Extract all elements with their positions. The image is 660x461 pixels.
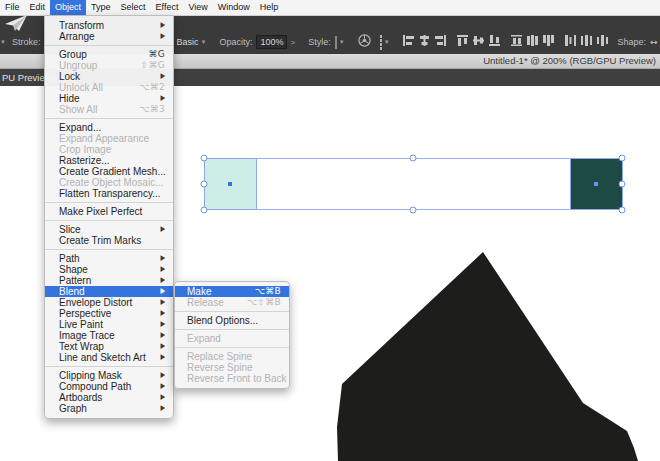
menubar-item-type[interactable]: Type <box>86 0 116 15</box>
menu-item-label: Shape <box>59 264 88 275</box>
menu-item-label: Transform <box>59 20 104 31</box>
menu-item-group[interactable]: Group⌘G <box>45 49 173 60</box>
menu-item-arrange[interactable]: Arrange▶ <box>45 31 173 42</box>
select-similar-icon[interactable] <box>380 35 382 50</box>
menubar-item-window[interactable]: Window <box>213 0 255 15</box>
menu-item-crop-image: Crop Image <box>45 144 173 155</box>
width-icon: ↔ <box>650 37 658 47</box>
menubar-item-effect[interactable]: Effect <box>151 0 184 15</box>
menu-item-shortcut: ⌥⇧⌘B <box>247 297 281 308</box>
style-swatch[interactable] <box>335 36 337 49</box>
distribute-horizontal-left-icon[interactable] <box>564 33 577 51</box>
selection-handle[interactable] <box>619 155 626 162</box>
menu-item-label: Graph <box>59 403 87 414</box>
selection-handle[interactable] <box>410 207 417 214</box>
menubar: FileEditObjectTypeSelectEffectViewWindow… <box>0 0 660 16</box>
align-horizontal-right-icon[interactable] <box>434 33 447 51</box>
selection-handle[interactable] <box>201 207 208 214</box>
align-vertical-bottom-icon[interactable] <box>488 33 501 51</box>
menu-item-label: Expand Appearance <box>59 133 149 144</box>
style-chevron-down-icon[interactable]: ▼ <box>339 39 345 45</box>
menu-item-label: Blend Options... <box>187 315 258 326</box>
menu-separator <box>45 45 173 46</box>
menu-item-create-trim-marks[interactable]: Create Trim Marks <box>45 235 173 246</box>
menu-item-label: Path <box>59 253 80 264</box>
submenu-arrow-icon: ▶ <box>160 351 165 365</box>
selection-handle[interactable] <box>619 181 626 188</box>
menu-item-label: Lock <box>59 71 80 82</box>
opacity-expand-icon[interactable]: > <box>290 38 295 47</box>
distribute-vertical-bottom-icon[interactable] <box>542 33 555 51</box>
menu-item-text-wrap[interactable]: Text Wrap▶ <box>45 341 173 352</box>
menu-item-live-paint[interactable]: Live Paint▶ <box>45 319 173 330</box>
menubar-item-object[interactable]: Object <box>50 0 86 15</box>
menu-item-image-trace[interactable]: Image Trace▶ <box>45 330 173 341</box>
menu-item-label: Show All <box>59 104 97 115</box>
menu-item-label: Text Wrap <box>59 341 104 352</box>
select-similar-chevron-down-icon[interactable]: ▼ <box>384 39 390 45</box>
menu-item-flatten-transparency[interactable]: Flatten Transparency... <box>45 188 173 199</box>
distribute-vertical-top-icon[interactable] <box>510 33 523 51</box>
opacity-label: Opacity: <box>219 37 252 47</box>
menu-item-clipping-mask[interactable]: Clipping Mask▶ <box>45 370 173 381</box>
shape-label: Shape: <box>618 37 647 47</box>
menu-separator <box>175 329 289 330</box>
distribute-horizontal-center-icon[interactable] <box>580 33 593 51</box>
menu-item-label: Line and Sketch Art <box>59 352 146 363</box>
left-square-center-point[interactable] <box>228 182 232 186</box>
menu-item-create-gradient-mesh[interactable]: Create Gradient Mesh... <box>45 166 173 177</box>
align-horizontal-left-icon[interactable] <box>402 33 415 51</box>
menu-item-lock[interactable]: Lock▶ <box>45 71 173 82</box>
menu-item-envelope-distort[interactable]: Envelope Distort▶ <box>45 297 173 308</box>
black-polygon <box>337 252 638 461</box>
menu-item-slice[interactable]: Slice▶ <box>45 224 173 235</box>
selection-handle[interactable] <box>410 155 417 162</box>
menu-item-label: Crop Image <box>59 144 111 155</box>
menu-item-blend[interactable]: Blend▶ <box>45 286 173 297</box>
selection-handle[interactable] <box>201 155 208 162</box>
menu-item-artboards[interactable]: Artboards▶ <box>45 392 173 403</box>
menubar-item-file[interactable]: File <box>0 0 25 15</box>
menu-item-make[interactable]: Make⌥⌘B <box>175 286 289 297</box>
menubar-item-view[interactable]: View <box>183 0 212 15</box>
fill-chevron-down-icon[interactable]: ▼ <box>0 39 6 45</box>
selection-handle[interactable] <box>619 207 626 214</box>
menu-item-blend-options[interactable]: Blend Options... <box>175 315 289 326</box>
menu-item-path[interactable]: Path▶ <box>45 253 173 264</box>
menu-item-hide[interactable]: Hide▶ <box>45 93 173 104</box>
menu-item-label: Rasterize... <box>59 155 110 166</box>
recolor-artwork-icon[interactable] <box>358 33 371 51</box>
menu-item-shape[interactable]: Shape▶ <box>45 264 173 275</box>
menubar-item-edit[interactable]: Edit <box>25 0 51 15</box>
menu-item-label: Perspective <box>59 308 111 319</box>
brush-chevron-down-icon[interactable]: ▼ <box>200 39 206 45</box>
menu-item-compound-path[interactable]: Compound Path▶ <box>45 381 173 392</box>
menu-item-perspective[interactable]: Perspective▶ <box>45 308 173 319</box>
menu-item-line-and-sketch-art[interactable]: Line and Sketch Art▶ <box>45 352 173 363</box>
opacity-input[interactable]: 100% <box>256 35 287 49</box>
menu-item-make-pixel-perfect[interactable]: Make Pixel Perfect <box>45 206 173 217</box>
menubar-item-select[interactable]: Select <box>116 0 151 15</box>
menu-item-label: Replace Spine <box>187 351 252 362</box>
right-square-center-point[interactable] <box>594 182 598 186</box>
menu-item-release: Release⌥⇧⌘B <box>175 297 289 308</box>
brush-style-value[interactable]: Basic <box>176 37 198 47</box>
menu-item-pattern[interactable]: Pattern▶ <box>45 275 173 286</box>
menu-item-label: Image Trace <box>59 330 115 341</box>
menu-item-label: Unlock All <box>59 82 103 93</box>
selection-handle[interactable] <box>201 181 208 188</box>
menu-separator <box>45 118 173 119</box>
distribute-horizontal-right-icon[interactable] <box>596 33 609 51</box>
distribute-vertical-center-icon[interactable] <box>526 33 539 51</box>
menubar-item-help[interactable]: Help <box>255 0 284 15</box>
menu-item-rasterize[interactable]: Rasterize... <box>45 155 173 166</box>
align-vertical-top-icon[interactable] <box>456 33 469 51</box>
align-horizontal-center-icon[interactable] <box>418 33 431 51</box>
menu-item-label: Artboards <box>59 392 102 403</box>
submenu-arrow-icon: ▶ <box>160 70 165 84</box>
menu-item-expand[interactable]: Expand... <box>45 122 173 133</box>
menu-item-transform[interactable]: Transform▶ <box>45 20 173 31</box>
align-vertical-center-icon[interactable] <box>472 33 485 51</box>
menu-item-graph[interactable]: Graph▶ <box>45 403 173 414</box>
menu-item-label: Make Pixel Perfect <box>59 206 142 217</box>
